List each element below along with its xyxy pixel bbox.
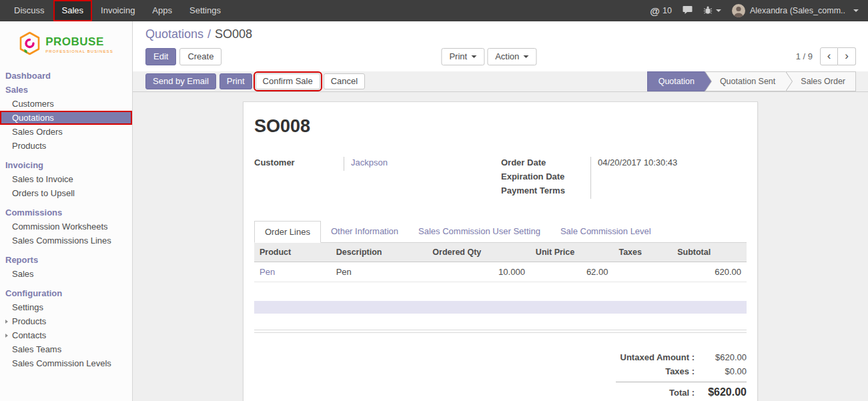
sidebar-item-label: Products [12,316,46,326]
table-row[interactable]: Pen Pen 10.000 62.00 620.00 [254,262,747,282]
form-view: SO008 Customer Jackpson Order Date 04/20… [133,92,868,401]
send-by-email-button[interactable]: Send by Email [145,73,216,89]
payment-terms-field: Payment Terms [501,185,747,199]
chevron-right-icon: › [845,49,849,63]
menu-settings[interactable]: Settings [181,0,230,21]
chat-bubble-icon [683,5,693,17]
print-button[interactable]: Print [220,73,252,89]
order-lines-table: Product Description Ordered Qty Unit Pri… [254,243,747,282]
col-taxes[interactable]: Taxes [613,243,672,262]
cell-ordered-qty: 10.000 [427,262,530,282]
breadcrumb-current: SO008 [215,27,252,41]
pager-previous-button[interactable]: ‹ [820,47,838,65]
sidebar-item-reports-sales[interactable]: Sales [0,267,132,281]
order-date-label: Order Date [501,157,590,171]
sidebar-item-sales-commission-levels[interactable]: Sales Commission Levels [0,356,132,370]
field-groups: Customer Jackpson Order Date 04/20/2017 … [254,157,747,199]
untaxed-amount-label: Untaxed Amount : [616,352,695,362]
sidebar-item-customers[interactable]: Customers [0,97,132,111]
sidebar-item-config-products[interactable]: Products [0,314,132,328]
at-icon: @ [650,6,660,16]
sidebar-item-sales-to-invoice[interactable]: Sales to Invoice [0,172,132,186]
menu-sales[interactable]: Sales [53,0,93,21]
tab-sales-commission-user-setting[interactable]: Sales Commission User Setting [408,221,550,243]
user-name: Alexandra (Sales_comm.. [750,6,845,15]
sidebar-item-sales-commissions-lines[interactable]: Sales Commissions Lines [0,234,132,248]
status-quotation-sent[interactable]: Quotation Sent [705,71,785,91]
sidebar: PROBUSE PROFESSIONAL BUSINESS Dashboard … [0,21,133,401]
topbar-systray: @ 10 Alexandra (Sales_comm.. [650,0,868,21]
cell-unit-price: 62.00 [530,262,614,282]
status-sales-order[interactable]: Sales Order [785,71,856,91]
user-menu[interactable]: Alexandra (Sales_comm.. [732,4,859,17]
cell-taxes [613,262,672,282]
sidebar-heading-invoicing[interactable]: Invoicing [0,158,132,172]
menu-discuss[interactable]: Discuss [5,0,53,21]
order-date-value: 04/20/2017 10:30:43 [590,157,747,171]
sidebar-item-settings[interactable]: Settings [0,300,132,314]
sidebar-heading-dashboard[interactable]: Dashboard [0,69,132,83]
col-description[interactable]: Description [331,243,428,262]
action-dropdown-button[interactable]: Action [487,48,536,65]
chevron-left-icon: ‹ [827,49,831,63]
tab-other-information[interactable]: Other Information [321,221,408,243]
customer-value-link[interactable]: Jackpson [351,157,388,167]
table-header-row: Product Description Ordered Qty Unit Pri… [254,243,747,262]
tab-sale-commission-level[interactable]: Sale Commission Level [550,221,661,243]
sidebar-heading-sales[interactable]: Sales [0,83,132,97]
sidebar-heading-configuration[interactable]: Configuration [0,286,132,300]
sidebar-heading-reports[interactable]: Reports [0,253,132,267]
sidebar-item-sales-orders[interactable]: Sales Orders [0,125,132,139]
payment-terms-label: Payment Terms [501,185,590,199]
create-button[interactable]: Create [179,48,222,65]
activity-count: 10 [663,6,672,15]
chevron-down-icon [716,9,721,12]
separator-lines [254,330,747,333]
breadcrumb-quotations[interactable]: Quotations [145,27,203,41]
print-dropdown-button[interactable]: Print [441,48,484,65]
sidebar-item-sales-teams[interactable]: Sales Teams [0,342,132,356]
expiration-date-value [590,171,747,185]
activity-menu[interactable]: @ 10 [650,6,672,16]
sidebar-menu: Dashboard Sales Customers Quotations Sal… [0,69,132,370]
record-title: SO008 [254,116,747,137]
edit-button[interactable]: Edit [145,48,176,65]
top-navbar: Discuss Sales Invoicing Apps Settings @ … [0,0,868,21]
expiration-date-field: Expiration Date [501,171,747,185]
menu-invoicing[interactable]: Invoicing [92,0,143,21]
cell-subtotal: 620.00 [672,262,747,282]
expand-caret-icon [5,334,8,338]
breadcrumb-separator: / [207,27,211,41]
cancel-button[interactable]: Cancel [324,73,365,89]
taxes-value: $0.00 [704,366,747,376]
sidebar-item-commission-worksheets[interactable]: Commission Worksheets [0,220,132,234]
col-unit-price[interactable]: Unit Price [530,243,614,262]
col-subtotal[interactable]: Subtotal [672,243,747,262]
expand-caret-icon [5,320,8,324]
product-link[interactable]: Pen [260,267,275,277]
taxes-row: Taxes : $0.00 [616,364,747,378]
pager-next-button[interactable]: › [838,47,856,65]
col-ordered-qty[interactable]: Ordered Qty [427,243,530,262]
cell-description: Pen [331,262,428,282]
chevron-down-icon [853,9,859,12]
order-info-group: Order Date 04/20/2017 10:30:43 Expiratio… [501,157,747,199]
app-logo: PROBUSE PROFESSIONAL BUSINESS [0,21,132,69]
messages-menu[interactable] [683,5,693,17]
sidebar-item-orders-to-upsell[interactable]: Orders to Upsell [0,186,132,200]
pager-value: 1 / 9 [796,51,813,61]
menu-apps[interactable]: Apps [143,0,181,21]
col-product[interactable]: Product [254,243,331,262]
control-panel: Quotations/SO008 Edit Create Print Actio… [133,21,868,71]
untaxed-amount-row: Untaxed Amount : $620.00 [616,350,747,364]
debug-menu[interactable] [703,5,721,17]
status-quotation[interactable]: Quotation [647,71,705,91]
logo-subtitle: PROFESSIONAL BUSINESS [45,49,113,53]
confirm-sale-button[interactable]: Confirm Sale [256,73,320,89]
tab-order-lines[interactable]: Order Lines [254,221,321,243]
sidebar-item-quotations[interactable]: Quotations [0,111,132,125]
sidebar-item-config-contacts[interactable]: Contacts [0,328,132,342]
sidebar-heading-commissions[interactable]: Commissions [0,206,132,220]
form-sheet: SO008 Customer Jackpson Order Date 04/20… [243,101,758,401]
sidebar-item-products[interactable]: Products [0,139,132,153]
